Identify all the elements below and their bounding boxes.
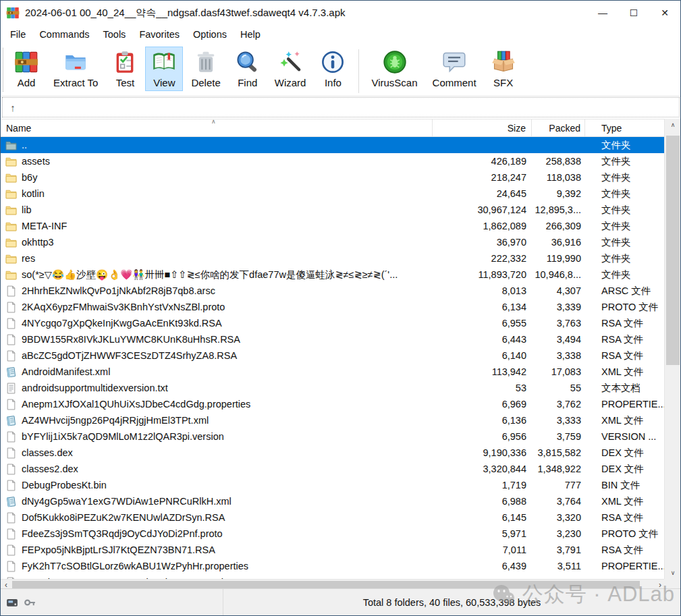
column-header-name[interactable]: Name	[1, 119, 433, 136]
table-row[interactable]: so(*≥▽😂👍沙壁😜👌💗👫卅卌■⇧⇧≷≤你啥的发下dfae77w是傻逼蛙泳≷≠…	[1, 267, 665, 283]
menu-item-tools[interactable]: Tools	[97, 26, 133, 43]
toolbar-button-label: Extract To	[53, 77, 98, 88]
minimize-button[interactable]: —	[587, 1, 618, 25]
table-row[interactable]: lib30,967,12412,895,3...文件夹	[1, 202, 665, 218]
close-button[interactable]: ✕	[649, 1, 680, 25]
column-header-packed[interactable]: Packed	[532, 119, 585, 136]
column-header-size[interactable]: Size	[433, 119, 532, 136]
winrar-app-icon	[6, 6, 20, 20]
find-button[interactable]: Find	[229, 47, 267, 91]
sfx-icon	[491, 50, 516, 74]
disk-icon[interactable]	[6, 596, 18, 609]
table-row[interactable]: classes2.dex3,320,8441,348,922DEX 文件	[1, 461, 665, 477]
add-button[interactable]: Add	[7, 47, 45, 91]
file-packed-cell: 12,895,3...	[532, 204, 585, 215]
table-row[interactable]: 2KAqX6ypzFMhwaiSv3KBnhYstVxNsZBl.proto6,…	[1, 299, 665, 315]
xml-icon	[5, 496, 17, 507]
file-type-cell: RSA 文件	[585, 333, 665, 346]
scroll-up-icon[interactable]: ∧	[665, 119, 681, 131]
file-name-cell: FEPxpo5jNkBjptLrSJl7KtQEZN73BN71.RSA	[1, 544, 433, 556]
file-type-cell: 文件夹	[585, 171, 665, 184]
wizard-button[interactable]: Wizard	[268, 47, 313, 91]
file-name: ..	[22, 140, 27, 150]
info-button[interactable]: Info	[314, 47, 352, 91]
file-name-cell: 2HhrhEkZNwlkQvPo1jNkAbf2R8jB7qb8.arsc	[1, 285, 433, 297]
table-row[interactable]: 9BDW155Rx8IVkJKLuYWMC8KUnK8uHhsR.RSA6,44…	[1, 331, 665, 347]
file-size-cell: 30,967,124	[433, 204, 532, 215]
delete-button[interactable]: Delete	[184, 47, 227, 91]
file-size-cell: 6,145	[433, 512, 532, 523]
table-row[interactable]: bYFYlij1iX5k7aQD9MlLoM1z2lQAR3pi.version…	[1, 428, 665, 445]
table-row[interactable]: DebugProbesKt.bin1,719777BIN 文件	[1, 477, 665, 493]
scroll-down-icon[interactable]: ∨	[665, 567, 681, 579]
table-row[interactable]: assets426,189258,838文件夹	[1, 153, 665, 169]
menu-item-options[interactable]: Options	[186, 26, 234, 43]
file-packed-cell: 118,038	[532, 172, 585, 183]
file-name-cell: aBcZC5gdOTjZHWWF3CESzDTZ4SrhyZA8.RSA	[1, 350, 433, 362]
key-icon[interactable]	[24, 596, 36, 609]
file-type-cell: XML 文件	[585, 366, 665, 379]
menu-item-favorites[interactable]: Favorites	[132, 26, 186, 43]
extract-to-button[interactable]: Extract To	[47, 47, 105, 91]
sfx-button[interactable]: SFX	[485, 47, 522, 91]
up-one-level-button[interactable]: ↑	[3, 99, 23, 116]
table-row[interactable]: HNY8hvLucSPWvuWNTK5ui8KvhA9J.properties6…	[1, 574, 665, 579]
table-row[interactable]: kotlin24,6459,392文件夹	[1, 186, 665, 202]
file-name: classes2.dex	[22, 464, 78, 474]
file-type-cell: DEX 文件	[585, 463, 665, 476]
file-name: assets	[22, 156, 50, 167]
vertical-scroll-thumb[interactable]	[666, 136, 680, 365]
table-row[interactable]: AZ4WHvcij5ngp26Pq4jRRjgjHmEl3TPt.xml6,13…	[1, 412, 665, 428]
table-row[interactable]: 2HhrhEkZNwlkQvPo1jNkAbf2R8jB7qb8.arsc8,0…	[1, 283, 665, 299]
table-row[interactable]: res222,332119,990文件夹	[1, 250, 665, 267]
table-row[interactable]: dNy4gGp5waY1exG7WDiAw1ePNRCuRlkH.xml6,98…	[1, 493, 665, 509]
vertical-scrollbar[interactable]: ∧ ∨	[664, 119, 680, 579]
menu-item-help[interactable]: Help	[234, 26, 267, 43]
file-name: classes.dex	[22, 447, 73, 458]
table-row[interactable]: aBcZC5gdOTjZHWWF3CESzDTZ4SrhyZA8.RSA6,14…	[1, 347, 665, 364]
maximize-button[interactable]: ☐	[618, 1, 649, 25]
file-name-cell: kotlin	[1, 188, 433, 200]
file-packed-cell: 3,230	[532, 528, 585, 539]
file-packed-cell: 3,339	[532, 302, 585, 312]
file-type-cell: 文件夹	[585, 220, 665, 233]
table-row[interactable]: META-INF1,862,089266,309文件夹	[1, 218, 665, 234]
file-name-cell: okhttp3	[1, 237, 433, 248]
table-row[interactable]: Anepm1XJfOXal1QUhUiXsJDbeC4cdGdg.propert…	[1, 396, 665, 412]
folder-icon	[5, 156, 17, 167]
file-size-cell: 53	[433, 383, 532, 393]
menu-item-file[interactable]: File	[3, 26, 32, 43]
table-row[interactable]: FyK2hT7cSOBtlGLorz6wkABU1WzPyhHr.propert…	[1, 558, 665, 574]
menu-item-commands[interactable]: Commands	[32, 26, 96, 43]
table-row[interactable]: FdeeZs3j9SmTQ3Rqdj9OyCdJYoDi2Pnf.proto5,…	[1, 526, 665, 542]
comment-button[interactable]: Comment	[426, 47, 483, 91]
status-bar: Total 8 folders, 40 files, 60,533,398 by…	[1, 588, 680, 615]
file-name-cell: androidsupportmultidexversion.txt	[1, 383, 433, 394]
column-header-type[interactable]: Type	[585, 119, 665, 136]
table-row[interactable]: okhttp336,97036,916文件夹	[1, 234, 665, 250]
table-row[interactable]: b6y218,247118,038文件夹	[1, 169, 665, 186]
file-name-cell: FyK2hT7cSOBtlGLorz6wkABU1WzPyhHr.propert…	[1, 561, 433, 572]
file-name: Dof5Kukko8iPEZuK2w7KENUwlAZDrSyn.RSA	[22, 512, 225, 523]
file-icon	[5, 318, 17, 329]
file-size-cell: 1,862,089	[433, 221, 532, 231]
folder-icon	[5, 188, 17, 200]
table-row[interactable]: ..文件夹	[1, 137, 665, 153]
table-row[interactable]: AndroidManifest.xml113,94217,083XML 文件	[1, 364, 665, 380]
file-type-cell: XML 文件	[585, 495, 665, 508]
table-row[interactable]: androidsupportmultidexversion.txt5355文本文…	[1, 380, 665, 396]
table-row[interactable]: 4NYcgqo7gXpQkeInjKwgGaAcEnKt93kd.RSA6,95…	[1, 315, 665, 331]
virusscan-button[interactable]: VirusScan	[364, 47, 424, 91]
file-size-cell: 113,942	[433, 366, 532, 377]
file-icon	[5, 561, 17, 572]
table-row[interactable]: Dof5Kukko8iPEZuK2w7KENUwlAZDrSyn.RSA6,14…	[1, 509, 665, 526]
file-packed-cell: 3,338	[532, 350, 585, 361]
view-button[interactable]: View	[145, 47, 183, 91]
file-packed-cell: 36,916	[532, 237, 585, 248]
column-header-row: ∧ Name Size Packed Type	[1, 119, 665, 137]
table-row[interactable]: classes.dex9,190,3363,815,582DEX 文件	[1, 445, 665, 461]
table-row[interactable]: FEPxpo5jNkBjptLrSJl7KtQEZN73BN71.RSA7,01…	[1, 542, 665, 558]
test-button[interactable]: Test	[106, 47, 144, 91]
up-folder-icon	[5, 140, 17, 151]
file-size-cell: 6,136	[433, 415, 532, 426]
